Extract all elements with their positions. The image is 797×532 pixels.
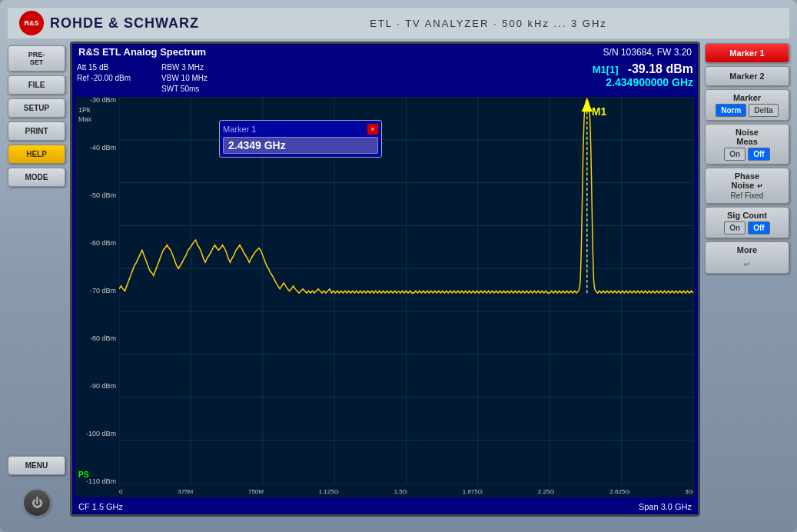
- swt-param: SWT 50ms: [161, 84, 208, 95]
- marker-dialog-close-button[interactable]: ×: [367, 124, 378, 135]
- marker-group-title: Marker: [709, 93, 785, 102]
- noise-meas-off-button[interactable]: Off: [748, 148, 769, 161]
- ref-param: Ref -20.00 dBm: [77, 73, 131, 84]
- x-label-7: 2.25G: [538, 488, 555, 495]
- x-label-5: 1.5G: [394, 488, 407, 495]
- x-label-9: 3G: [685, 488, 693, 495]
- main-content: PRE-SET FILE SETUP PRINT HELP MODE MENU …: [8, 42, 789, 517]
- spectrum-svg: M1: [119, 97, 693, 485]
- sig-count-toggle: On Off: [709, 221, 785, 234]
- norm-delta-toggle: Norm Delta: [709, 104, 785, 117]
- span-label: Span 3.0 GHz: [639, 502, 692, 511]
- x-label-6: 1.875G: [463, 488, 483, 495]
- y-label-9: -110 dBm: [77, 478, 119, 485]
- marker-freq-input[interactable]: [223, 137, 378, 154]
- screen-params-row: Att 15 dB Ref -20.00 dBm RBW 3 MHz VBW 1…: [72, 60, 698, 97]
- y-label-2: -40 dBm: [77, 145, 119, 151]
- model-line: ETL · TV ANALYZER · 500 kHz ... 3 GHz: [199, 18, 778, 29]
- delta-button[interactable]: Delta: [749, 104, 778, 117]
- help-button[interactable]: HELP: [8, 145, 65, 164]
- file-button[interactable]: FILE: [8, 75, 65, 95]
- x-label-1: 0: [119, 488, 122, 495]
- marker-norm-delta-group: Marker Norm Delta: [705, 89, 789, 121]
- m1-ghz: 2.434900000 GHz: [593, 76, 693, 88]
- params-right: M1[1] -39.18 dBm 2.434900000 GHz: [593, 62, 693, 88]
- sig-count-group: Sig Count On Off: [705, 207, 789, 238]
- instrument-body: R&S ROHDE & SCHWARZ ETL · TV ANALYZER · …: [0, 0, 797, 532]
- plot-area: M1 Marker 1 ×: [119, 97, 693, 485]
- screen-area: R&S ETL Analog Spectrum S/N 103684, FW 3…: [70, 42, 700, 517]
- noise-meas-toggle: On Off: [709, 148, 785, 161]
- preset-button[interactable]: PRE-SET: [8, 45, 65, 71]
- screen-inner: R&S ETL Analog Spectrum S/N 103684, FW 3…: [72, 44, 698, 514]
- rbw-param: RBW 3 MHz: [161, 62, 208, 73]
- params-left: Att 15 dB Ref -20.00 dBm: [77, 62, 131, 84]
- left-panel: PRE-SET FILE SETUP PRINT HELP MODE MENU …: [8, 42, 65, 517]
- marker1-button[interactable]: Marker 1: [705, 43, 789, 63]
- phase-noise-title: PhaseNoise ↵: [709, 171, 785, 190]
- sig-count-on-button[interactable]: On: [724, 221, 746, 234]
- more-arrow-icon: ↵: [744, 260, 750, 268]
- brand-name: ROHDE & SCHWARZ: [50, 15, 199, 32]
- svg-marker-20: [583, 101, 592, 111]
- noise-meas-title: NoiseMeas: [709, 128, 785, 146]
- right-panel: Marker 1 Marker 2 Marker Norm Delta Nois…: [705, 42, 789, 517]
- x-label-8: 2.625G: [609, 488, 629, 495]
- power-button[interactable]: ⏻: [23, 489, 51, 517]
- x-label-2: 375M: [178, 488, 193, 495]
- phase-noise-group: PhaseNoise ↵ Ref Fixed: [705, 168, 789, 204]
- print-button[interactable]: PRINT: [8, 121, 65, 141]
- y-label-3: -50 dBm: [77, 192, 119, 199]
- att-param: Att 15 dB: [77, 62, 131, 73]
- top-bar: R&S ROHDE & SCHWARZ ETL · TV ANALYZER · …: [8, 8, 789, 38]
- marker-dialog-title: Marker 1 ×: [223, 124, 378, 135]
- params-mid: RBW 3 MHz VBW 10 MHz SWT 50ms: [161, 62, 208, 95]
- sig-count-title: Sig Count: [709, 211, 785, 220]
- noise-meas-group: NoiseMeas On Off: [705, 124, 789, 165]
- m1-dbm: -39.18 dBm: [628, 62, 693, 76]
- rs-logo: R&S: [19, 11, 44, 35]
- mode-button[interactable]: MODE: [8, 168, 65, 187]
- vbw-param: VBW 10 MHz: [161, 73, 208, 84]
- x-label-3: 750M: [248, 488, 264, 495]
- cf-label: CF 1.5 GHz: [78, 502, 123, 511]
- chart-area: 1PkMax -30 dBm -40 dBm -50 dBm -60 dBm -…: [75, 97, 695, 497]
- m1-label: M1[1]: [593, 64, 619, 75]
- bottom-labels: CF 1.5 GHz Span 3.0 GHz: [72, 499, 698, 514]
- noise-meas-on-button[interactable]: On: [724, 148, 746, 161]
- svg-text:M1: M1: [592, 105, 606, 118]
- menu-button[interactable]: MENU: [8, 456, 65, 475]
- y-label-1: -30 dBm: [77, 97, 119, 104]
- y-label-5: -70 dBm: [77, 288, 119, 294]
- y-label-8: -100 dBm: [77, 431, 119, 437]
- y-axis: -30 dBm -40 dBm -50 dBm -60 dBm -70 dBm …: [77, 97, 119, 485]
- ps-label: PS: [78, 470, 88, 479]
- logo-area: R&S ROHDE & SCHWARZ: [19, 11, 199, 35]
- y-label-7: -90 dBm: [77, 383, 119, 390]
- screen-title: R&S ETL Analog Spectrum: [78, 46, 206, 58]
- setup-button[interactable]: SETUP: [8, 98, 65, 118]
- y-label-6: -80 dBm: [77, 335, 119, 342]
- marker2-button[interactable]: Marker 2: [705, 66, 789, 86]
- x-axis: 0 375M 750M 1.125G 1.5G 1.875G 2.25G 2.6…: [119, 485, 693, 497]
- phase-noise-sub: Ref Fixed: [709, 191, 785, 200]
- screen-sn: S/N 103684, FW 3.20: [603, 47, 692, 58]
- spacer: [8, 191, 65, 452]
- x-label-4: 1.125G: [319, 488, 339, 495]
- norm-button[interactable]: Norm: [716, 104, 746, 117]
- y-label-4: -60 dBm: [77, 240, 119, 247]
- more-button[interactable]: More ↵: [705, 241, 789, 274]
- sig-count-off-button[interactable]: Off: [748, 221, 769, 234]
- marker-dialog: Marker 1 ×: [219, 120, 382, 158]
- more-label: More: [709, 245, 785, 254]
